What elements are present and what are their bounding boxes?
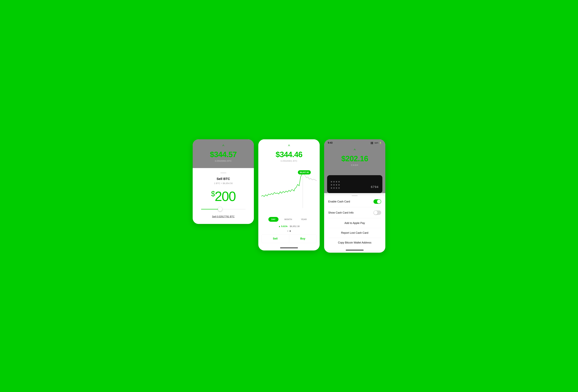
wifi-icon: WiFi: [375, 142, 378, 144]
screen3-sub: CASH: [327, 164, 382, 166]
time-selector: DAY MONTH YEAR: [258, 215, 320, 223]
screens-container: ^ $344.57 0.05026901 BTC Sell BTC 1 BTC …: [193, 139, 385, 253]
copy-bitcoin-wallet-address-row[interactable]: Copy Bitcoin Wallet Address: [324, 238, 385, 247]
slider-track: [201, 209, 245, 209]
screen2-top: ^ $344.46 0.05026901 BTC: [258, 139, 320, 168]
card-dot: [331, 187, 332, 189]
toggle-thumb-off: [374, 211, 378, 215]
screen3-home-indicator: [346, 250, 364, 250]
status-icons: ▌▌ WiFi 🔋: [371, 142, 382, 144]
price-chart: [261, 170, 317, 208]
chart-stats: ▲ 5.01% $6,852.38: [258, 223, 320, 229]
status-bar: 9:43 ▌▌ WiFi 🔋: [324, 139, 385, 146]
enable-cash-card-label: Enable Cash Card: [328, 200, 350, 203]
status-time: 9:43: [328, 142, 333, 144]
sell-rate: 1 BTC = $6,854.50: [197, 182, 249, 185]
screen2-chart: ^ $344.46 0.05026901 BTC $6,637.92: [258, 139, 320, 250]
card-dot: [333, 187, 335, 189]
sell-buy-buttons: Sell Buy: [261, 234, 317, 243]
sell-amount: $200: [197, 190, 249, 203]
battery-icon: 🔋: [379, 142, 382, 144]
page-dot-1: [287, 231, 289, 232]
screen1-sell-btc: ^ $344.57 0.05026901 BTC Sell BTC 1 BTC …: [193, 139, 254, 224]
chevron-up-icon[interactable]: ^: [196, 144, 251, 148]
screen3-top: ^ $202.16 CASH: [324, 146, 385, 172]
add-to-apple-pay-row[interactable]: Add to Apple Pay: [324, 218, 385, 228]
card-dot: [336, 184, 337, 186]
sell-button[interactable]: Sell: [261, 235, 289, 243]
toggle-thumb-on: [377, 200, 381, 203]
chart-area: $6,637.92: [258, 168, 320, 215]
card-dot: [336, 181, 337, 182]
screen2-sub: 0.05026901 BTC: [261, 160, 317, 162]
card-dots-row-2: [331, 184, 340, 186]
chart-tooltip: $6,637.92: [298, 170, 311, 174]
screen2-chevron-icon[interactable]: ^: [261, 144, 317, 148]
sell-title: Sell BTC: [197, 177, 249, 181]
screen3-chevron-icon[interactable]: ^: [327, 148, 382, 153]
card-dot: [338, 181, 340, 182]
screen1-btc-sub: 0.05026901 BTC: [196, 160, 251, 162]
screen3-cash-card: 9:43 ▌▌ WiFi 🔋 ^ $202.16 CASH: [324, 139, 385, 253]
card-dot: [333, 184, 335, 186]
card-dot: [331, 181, 332, 182]
slider-thumb[interactable]: [218, 207, 222, 211]
signal-icon: ▌▌: [371, 142, 374, 144]
card-area: 6794: [324, 172, 385, 193]
card-dot: [333, 181, 335, 182]
card-dots-row-1: [331, 181, 340, 182]
screen1-top: ^ $344.57 0.05026901 BTC: [193, 139, 254, 168]
page-dots: [258, 229, 320, 233]
buy-button[interactable]: Buy: [289, 235, 317, 243]
sell-slider-container: [201, 209, 245, 209]
screen2-price: $344.46: [261, 150, 317, 159]
card-dots-row-3: [331, 187, 340, 189]
chart-change-value: $6,852.38: [290, 225, 300, 228]
screen1-bottom: Sell BTC 1 BTC = $6,854.50 $200 Sell 0.0…: [193, 168, 254, 224]
time-btn-day[interactable]: DAY: [268, 217, 279, 222]
home-indicator: [280, 247, 298, 248]
enable-cash-card-toggle[interactable]: [374, 199, 381, 204]
card-dot: [338, 184, 340, 186]
card-dots: [331, 181, 340, 189]
screen3-panel: Enable Cash Card Show Cash Card Info Add…: [324, 195, 385, 250]
chart-change-pct: ▲ 5.01%: [278, 225, 288, 228]
sell-btc-label[interactable]: Sell 0.02917791 BTC: [197, 215, 249, 218]
screen3-price: $202.16: [327, 154, 382, 163]
enable-cash-card-row: Enable Cash Card: [324, 196, 385, 207]
card-dot: [336, 187, 337, 189]
show-cash-card-info-row: Show Cash Card Info: [324, 207, 385, 218]
time-btn-month[interactable]: MONTH: [282, 217, 295, 222]
show-cash-card-info-toggle[interactable]: [374, 210, 381, 215]
dollar-sign: $: [211, 190, 215, 198]
slider-fill: [201, 209, 219, 209]
card-dot: [338, 187, 340, 189]
time-btn-year[interactable]: YEAR: [298, 217, 310, 222]
drag-handle[interactable]: [220, 173, 226, 173]
card-dot: [331, 184, 332, 186]
screen1-btc-price: $344.57: [196, 150, 251, 159]
show-cash-card-info-label: Show Cash Card Info: [328, 211, 354, 214]
page-dot-2: [289, 231, 291, 232]
cash-card: 6794: [327, 175, 382, 193]
report-lost-cash-card-row[interactable]: Report Lost Cash Card: [324, 228, 385, 238]
card-last4: 6794: [371, 185, 379, 189]
